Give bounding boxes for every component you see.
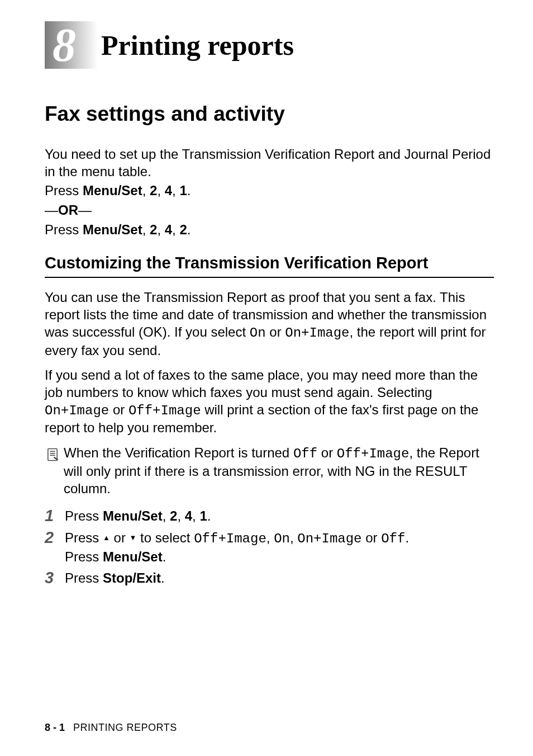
body-paragraph-2: If you send a lot of faxes to the same p… [45, 367, 494, 437]
step-content-2: Press ▲ or ▼ to select Off+Image, On, On… [65, 529, 409, 566]
code-on-image: On+Image [285, 325, 349, 341]
footer-page-number: 8 - 1 [45, 722, 65, 733]
down-arrow-icon: ▼ [130, 533, 137, 542]
key-1: 1 [179, 183, 187, 198]
chapter-title: Printing reports [101, 29, 294, 62]
code-off: Off [293, 446, 317, 461]
note-icon [45, 447, 61, 465]
footer-section-name: PRINTING REPORTS [73, 722, 177, 733]
press-line-1: Press Menu/Set, 2, 4, 1. [45, 182, 494, 200]
code-off-image: Off+Image [129, 403, 201, 418]
intro-paragraph: You need to set up the Transmission Veri… [45, 146, 494, 180]
menu-set-label: Menu/Set [83, 183, 142, 198]
key-4: 4 [165, 222, 172, 237]
chapter-number-badge: 8 [45, 21, 98, 69]
key-2: 2 [150, 183, 157, 198]
step-content-3: Press Stop/Exit. [65, 569, 165, 587]
menu-set-label: Menu/Set [103, 508, 163, 523]
code-on: On [274, 531, 290, 546]
code-off-image: Off+Image [194, 531, 266, 546]
step-1: 1 Press Menu/Set, 2, 4, 1. [45, 507, 494, 525]
menu-set-label: Menu/Set [83, 222, 142, 237]
up-arrow-icon: ▲ [103, 533, 110, 542]
chapter-number: 8 [53, 22, 76, 69]
step-number-2: 2 [45, 529, 65, 546]
section-title: Fax settings and activity [45, 102, 494, 126]
code-off-image: Off+Image [337, 446, 410, 461]
step-number-1: 1 [45, 507, 65, 524]
key-4: 4 [165, 183, 172, 198]
key-2: 2 [150, 222, 157, 237]
note-text: When the Verification Report is turned O… [64, 445, 494, 497]
code-on-image: On+Image [297, 531, 361, 546]
subsection-title: Customizing the Transmission Verificatio… [45, 253, 494, 278]
step-2: 2 Press ▲ or ▼ to select Off+Image, On, … [45, 529, 494, 566]
key-2b: 2 [179, 222, 187, 237]
step-content-1: Press Menu/Set, 2, 4, 1. [65, 507, 211, 525]
press-prefix: Press [45, 183, 83, 198]
code-on: On [250, 325, 266, 341]
page-footer: 8 - 1 PRINTING REPORTS [45, 722, 177, 734]
or-label: OR [58, 202, 78, 218]
step-3: 3 Press Stop/Exit. [45, 569, 494, 587]
step-number-3: 3 [45, 569, 65, 586]
chapter-header: 8 Printing reports [45, 21, 494, 69]
or-divider: —OR— [45, 202, 494, 219]
body-paragraph-1: You can use the Transmission Report as p… [45, 289, 494, 359]
code-on-image: On+Image [45, 403, 109, 418]
menu-set-label: Menu/Set [103, 549, 163, 564]
note-block: When the Verification Report is turned O… [45, 445, 494, 497]
code-off: Off [381, 531, 405, 546]
step-list: 1 Press Menu/Set, 2, 4, 1. 2 Press ▲ or … [45, 507, 494, 588]
stop-exit-label: Stop/Exit [103, 570, 161, 585]
press-line-2: Press Menu/Set, 2, 4, 2. [45, 221, 494, 239]
press-prefix: Press [45, 222, 83, 237]
